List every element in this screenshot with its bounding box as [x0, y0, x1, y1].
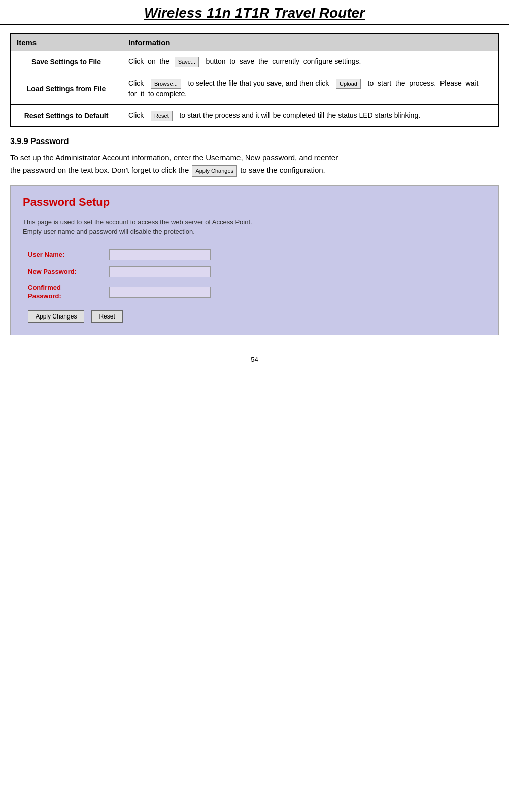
reset-inline-button: Reset — [151, 111, 173, 121]
body-line2-pre: the password on the text box. Don't forg… — [10, 166, 191, 174]
form-buttons: Apply Changes Reset — [28, 310, 486, 323]
password-setup-box: Password Setup This page is used to set … — [10, 185, 499, 336]
save-settings-label: Save Settings to File — [11, 51, 122, 73]
confirm-password-label: ConfirmedPassword: — [28, 284, 109, 301]
upload-inline-button: Upload — [336, 79, 361, 89]
browse-inline-button: Browse... — [151, 79, 181, 89]
apply-changes-inline-button: Apply Changes — [192, 165, 237, 177]
save-inline-button: Save... — [175, 57, 199, 67]
username-row: User Name: — [28, 249, 486, 260]
table-row-load: Load Settings from File Click Browse... … — [11, 73, 499, 105]
password-setup-title: Password Setup — [23, 196, 486, 209]
load-settings-info: Click Browse... to select the file that … — [122, 73, 499, 105]
username-label: User Name: — [28, 251, 109, 258]
confirm-password-input[interactable] — [109, 287, 211, 298]
new-password-label: New Password: — [28, 268, 109, 275]
reset-settings-info: Click Reset to start the process and it … — [122, 105, 499, 127]
table-row-reset: Reset Settings to Default Click Reset to… — [11, 105, 499, 127]
table-row-save: Save Settings to File Click on the Save.… — [11, 51, 499, 73]
reset-settings-label: Reset Settings to Default — [11, 105, 122, 127]
username-input[interactable] — [109, 249, 211, 260]
table-header-information: Information — [122, 34, 499, 51]
body-line1: To set up the Administrator Account info… — [10, 153, 338, 162]
section-body-text: To set up the Administrator Account info… — [10, 151, 499, 177]
settings-table: Items Information Save Settings to File … — [10, 33, 499, 127]
save-settings-info: Click on the Save... button to save the … — [122, 51, 499, 73]
password-form: User Name: New Password: ConfirmedPasswo… — [28, 249, 486, 301]
table-header-items: Items — [11, 34, 122, 51]
new-password-row: New Password: — [28, 266, 486, 277]
password-setup-desc: This page is used to set the account to … — [23, 217, 486, 237]
load-settings-label: Load Settings from File — [11, 73, 122, 105]
new-password-input[interactable] — [109, 266, 211, 277]
page-title: Wireless 11n 1T1R Travel Router — [10, 5, 499, 21]
password-desc-line2: Empty user name and password will disabl… — [23, 228, 195, 235]
apply-changes-button[interactable]: Apply Changes — [28, 310, 84, 323]
body-line2-post: to save the configuration. — [240, 166, 325, 174]
reset-button[interactable]: Reset — [91, 310, 122, 323]
section-heading: 3.9.9 Password — [10, 137, 499, 146]
confirm-password-row: ConfirmedPassword: — [28, 284, 486, 301]
password-desc-line1: This page is used to set the account to … — [23, 218, 252, 226]
page-number: 54 — [0, 356, 509, 373]
page-header: Wireless 11n 1T1R Travel Router — [0, 0, 509, 25]
